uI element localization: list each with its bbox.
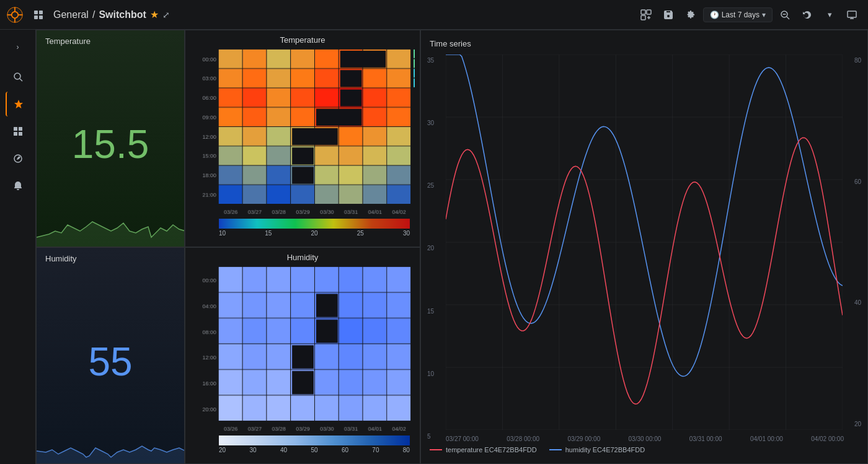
add-panel-button[interactable] <box>636 5 656 25</box>
tv-mode-button[interactable] <box>842 5 862 25</box>
timeseries-title: Time series <box>427 37 861 51</box>
svg-rect-12 <box>641 15 645 20</box>
toolbar-buttons: 🕐 Last 7 days ▾ ▾ <box>636 5 862 25</box>
svg-rect-26 <box>14 132 17 136</box>
topbar: General / Switchbot ★ ⤢ 🕐 <box>0 0 868 30</box>
svg-rect-11 <box>647 10 651 14</box>
sidebar-item-alerts[interactable] <box>6 173 30 198</box>
temperature-heatmap-canvas <box>190 47 415 216</box>
svg-line-16 <box>787 17 789 19</box>
temperature-gauge-panel: Temperature 15.5 <box>36 30 185 247</box>
content-grid: Temperature 15.5 Temperature 10 15 20 25… <box>36 30 868 464</box>
svg-marker-29 <box>17 156 20 160</box>
svg-rect-18 <box>848 11 856 17</box>
timeseries-chart-area: 35 30 25 20 15 10 5 80 60 40 20 <box>427 55 861 442</box>
humidity-scale-canvas <box>219 436 410 445</box>
svg-rect-25 <box>19 127 22 131</box>
y-axis-left: 35 30 25 20 15 10 5 <box>427 55 446 442</box>
temperature-heatmap-panel: Temperature 10 15 20 25 30 <box>185 30 420 247</box>
svg-rect-27 <box>19 132 22 136</box>
svg-point-21 <box>14 73 20 79</box>
svg-rect-8 <box>34 15 38 19</box>
svg-rect-7 <box>39 11 43 14</box>
share-icon[interactable]: ⤢ <box>162 10 170 20</box>
time-range-chevron: ▾ <box>762 11 766 19</box>
svg-marker-30 <box>37 222 185 247</box>
legend-temperature-label: temperature EC4E72BB4FDD <box>446 446 537 453</box>
breadcrumb: General / Switchbot ★ ⤢ <box>53 9 631 20</box>
humidity-heatmap-canvas <box>190 265 415 434</box>
legend-temperature: temperature EC4E72BB4FDD <box>430 446 537 453</box>
favorite-star-icon[interactable]: ★ <box>150 9 159 20</box>
zoom-out-button[interactable] <box>775 5 795 25</box>
humidity-gauge-title: Humidity <box>45 254 77 263</box>
temperature-gauge-title: Temperature <box>45 37 91 46</box>
svg-marker-23 <box>14 100 23 108</box>
legend-humidity-line <box>549 449 562 450</box>
svg-rect-24 <box>14 127 17 131</box>
settings-button[interactable] <box>681 5 701 25</box>
y-axis-right: 80 60 40 20 <box>844 55 861 430</box>
grafana-logo[interactable] <box>6 6 24 24</box>
save-button[interactable] <box>658 5 678 25</box>
temperature-sparkline <box>37 197 185 247</box>
legend-humidity-label: humidity EC4E72BB4FDD <box>565 446 645 453</box>
timeseries-canvas <box>446 55 843 430</box>
humidity-gauge-panel: Humidity 55 <box>36 247 185 465</box>
svg-rect-10 <box>641 10 645 14</box>
svg-rect-6 <box>34 11 38 14</box>
timeseries-legend: temperature EC4E72BB4FDD humidity EC4E72… <box>427 442 861 457</box>
svg-rect-9 <box>39 15 43 19</box>
legend-humidity: humidity EC4E72BB4FDD <box>549 446 645 453</box>
temperature-heatmap-title: Temperature <box>190 35 415 45</box>
x-axis: 03/27 00:00 03/28 00:00 03/29 00:00 03/3… <box>446 436 844 442</box>
breadcrumb-separator: / <box>92 9 95 20</box>
breadcrumb-page: Switchbot <box>99 9 146 20</box>
expand-chevron[interactable]: ▾ <box>820 5 839 25</box>
svg-line-22 <box>20 79 22 81</box>
humidity-scale: 20 30 40 50 60 70 80 <box>190 433 415 453</box>
timeseries-panel: Time series 35 30 25 20 15 10 5 80 60 40… <box>420 30 868 464</box>
sidebar-toggle[interactable]: › <box>12 35 24 59</box>
humidity-sparkline <box>37 414 185 463</box>
sidebar-item-dashboards[interactable] <box>6 119 30 144</box>
timeseries-svg-container <box>446 55 843 430</box>
humidity-heatmap-title: Humidity <box>190 253 415 262</box>
temperature-scale: 10 15 20 25 30 <box>190 216 415 237</box>
refresh-button[interactable] <box>797 5 817 25</box>
temperature-scale-canvas <box>219 219 410 229</box>
humidity-heatmap-panel: Humidity 20 30 40 50 60 70 80 <box>185 247 420 465</box>
dashboard-grid-icon[interactable] <box>29 5 48 25</box>
main-layout: › <box>0 30 868 464</box>
temperature-value: 15.5 <box>72 125 149 164</box>
sidebar-item-search[interactable] <box>6 64 30 89</box>
time-range-label: Last 7 days <box>722 11 760 19</box>
humidity-value: 55 <box>88 342 132 382</box>
sidebar-item-starred[interactable] <box>6 92 30 116</box>
time-range-picker[interactable]: 🕐 Last 7 days ▾ <box>703 7 773 22</box>
legend-temperature-line <box>430 449 442 450</box>
svg-marker-31 <box>37 446 185 463</box>
breadcrumb-section[interactable]: General <box>53 9 89 20</box>
sidebar: › <box>0 30 36 464</box>
sidebar-item-explore[interactable] <box>6 146 30 171</box>
